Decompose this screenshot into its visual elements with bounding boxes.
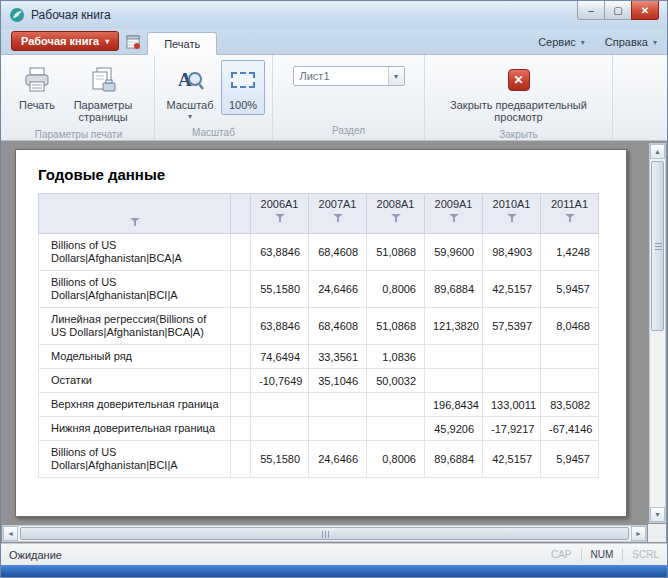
menu-service[interactable]: Сервис ▾ <box>538 36 585 48</box>
value-cell <box>541 345 599 369</box>
print-preview-area: Годовые данные 2006A12007A12008A12009A12… <box>1 141 667 543</box>
table-body: Billions of US Dollars|Afghanistan|BCA|A… <box>39 234 599 478</box>
maximize-button[interactable]: ▢ <box>604 1 632 20</box>
close-icon: ✕ <box>641 5 649 16</box>
column-header-label: 2011A1 <box>543 198 596 210</box>
workbook-icon[interactable] <box>125 34 141 50</box>
value-cell: 42,5157 <box>483 441 541 478</box>
close-button[interactable]: ✕ <box>631 1 659 20</box>
horizontal-scrollbar[interactable]: ◄ ► <box>2 525 647 542</box>
row-label: Billions of US Dollars|Afghanistan|BCI|A <box>39 271 231 308</box>
thumb-grip <box>325 531 326 538</box>
column-header: 2008A1 <box>367 194 425 234</box>
chevron-down-icon: ▾ <box>581 38 585 47</box>
zoom-100-label: 100% <box>229 99 257 111</box>
selection-rect-icon <box>231 72 255 88</box>
column-header: 2006A1 <box>251 194 309 234</box>
table-row: Линейная регрессия(Billions of US Dollar… <box>39 308 599 345</box>
ribbon: Печать Параметры страницы <box>1 55 667 141</box>
column-header: 2007A1 <box>309 194 367 234</box>
value-cell: 5,9457 <box>541 271 599 308</box>
combo-dropdown-button[interactable]: ▾ <box>388 67 404 85</box>
scroll-left-button[interactable]: ◄ <box>3 526 18 541</box>
spacer-header <box>231 194 251 234</box>
vertical-scrollbar[interactable]: ▲ ▼ <box>649 143 666 523</box>
menu-service-label: Сервис <box>538 36 576 48</box>
menu-help[interactable]: Справка ▾ <box>605 36 657 48</box>
tab-print[interactable]: Печать <box>147 32 217 55</box>
row-label: Остатки <box>39 369 231 393</box>
spacer-cell <box>231 234 251 271</box>
minimize-button[interactable]: – <box>577 1 605 20</box>
chevron-down-icon: ▾ <box>394 72 398 81</box>
chevron-down-icon: ▾ <box>188 112 192 121</box>
sheet-select[interactable]: Лист1 ▾ <box>293 66 405 86</box>
value-cell: 196,8434 <box>425 393 483 417</box>
app-menu-button[interactable]: Рабочая книга ▾ <box>11 31 119 51</box>
row-label: Модельный ряд <box>39 345 231 369</box>
spacer-cell <box>231 345 251 369</box>
divider <box>581 549 582 561</box>
column-header-label: 2008A1 <box>369 198 422 210</box>
vertical-scroll-thumb[interactable] <box>651 161 664 331</box>
app-window: Рабочая книга – ▢ ✕ Рабочая книга ▾ Печа… <box>0 0 668 578</box>
spacer-cell <box>231 369 251 393</box>
value-cell: 55,1580 <box>251 271 309 308</box>
caps-lock-indicator: CAP <box>551 549 572 560</box>
value-cell <box>483 345 541 369</box>
taskbar-strip <box>1 565 667 577</box>
corner-header <box>39 194 231 234</box>
value-cell: 89,6884 <box>425 441 483 478</box>
value-cell: 1,0836 <box>367 345 425 369</box>
scroll-right-button[interactable]: ► <box>631 526 646 541</box>
scale-button[interactable]: A Масштаб ▾ <box>161 60 219 125</box>
value-cell: 121,3820 <box>425 308 483 345</box>
value-cell: 1,4248 <box>541 234 599 271</box>
print-button-label: Печать <box>19 99 55 111</box>
menu-help-label: Справка <box>605 36 648 48</box>
scroll-down-button[interactable]: ▼ <box>650 507 665 522</box>
value-cell: 45,9206 <box>425 417 483 441</box>
window-title: Рабочая книга <box>31 8 111 22</box>
value-cell: 89,6884 <box>425 271 483 308</box>
value-cell: 63,8846 <box>251 308 309 345</box>
value-cell: 51,0868 <box>367 308 425 345</box>
value-cell: 0,8006 <box>367 271 425 308</box>
value-cell <box>541 369 599 393</box>
print-button[interactable]: Печать <box>9 60 65 115</box>
preview-page: Годовые данные 2006A12007A12008A12009A12… <box>15 149 627 517</box>
right-arrow-icon: ► <box>635 530 642 537</box>
value-cell: 24,6466 <box>309 271 367 308</box>
value-cell: -17,9217 <box>483 417 541 441</box>
value-cell: 35,1046 <box>309 369 367 393</box>
scale-button-label: Масштаб <box>166 99 213 111</box>
column-header-label: 2010A1 <box>485 198 538 210</box>
page-setup-button[interactable]: Параметры страницы <box>67 60 139 127</box>
close-preview-button[interactable]: ✕ Закрыть предварительный просмотр <box>431 60 606 127</box>
value-cell: 59,9600 <box>425 234 483 271</box>
zoom-100-button[interactable]: 100% <box>221 60 265 115</box>
filter-icon <box>333 214 343 223</box>
row-label: Верхняя доверительная граница <box>39 393 231 417</box>
value-cell: 55,1580 <box>251 441 309 478</box>
value-cell <box>309 393 367 417</box>
page-setup-icon <box>88 65 118 95</box>
titlebar: Рабочая книга – ▢ ✕ <box>1 1 667 29</box>
value-cell: 24,6466 <box>309 441 367 478</box>
value-cell: 50,0032 <box>367 369 425 393</box>
num-lock-indicator: NUM <box>591 549 614 560</box>
table-row: Billions of US Dollars|Afghanistan|BCA|A… <box>39 234 599 271</box>
table-row: Billions of US Dollars|Afghanistan|BCI|A… <box>39 271 599 308</box>
group-scale: A Масштаб ▾ 100% Масштаб <box>155 55 273 140</box>
value-cell: 57,5397 <box>483 308 541 345</box>
spacer-cell <box>231 271 251 308</box>
value-cell: -10,7649 <box>251 369 309 393</box>
value-cell: 83,5082 <box>541 393 599 417</box>
thumb-grip <box>655 246 662 247</box>
table-row: Остатки-10,764935,104650,0032 <box>39 369 599 393</box>
value-cell: 51,0868 <box>367 234 425 271</box>
horizontal-scroll-thumb[interactable] <box>20 527 629 540</box>
scroll-up-button[interactable]: ▲ <box>650 144 665 159</box>
row-label: Линейная регрессия(Billions of US Dollar… <box>39 308 231 345</box>
table-header-row: 2006A12007A12008A12009A12010A12011A1 <box>39 194 599 234</box>
